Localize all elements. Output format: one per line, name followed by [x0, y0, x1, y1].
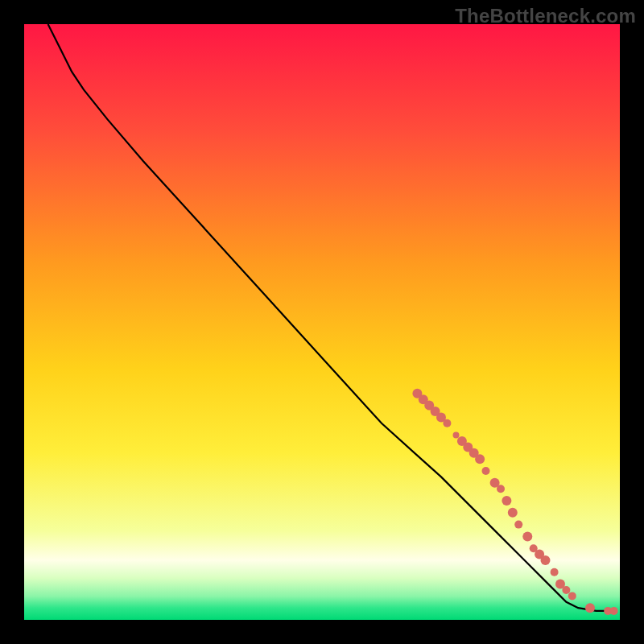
data-marker — [522, 531, 532, 541]
data-marker — [502, 496, 511, 506]
data-marker — [453, 432, 460, 439]
data-marker — [497, 485, 505, 493]
chart-canvas — [24, 24, 620, 620]
data-marker — [551, 568, 559, 576]
watermark-text: TheBottleneck.com — [455, 5, 636, 27]
data-marker — [514, 521, 522, 529]
data-marker — [541, 555, 551, 565]
data-marker — [475, 454, 485, 464]
data-marker — [562, 586, 570, 594]
data-marker — [610, 607, 618, 615]
data-marker — [482, 467, 490, 475]
data-marker — [568, 592, 576, 600]
data-marker — [585, 603, 595, 613]
gradient-background — [24, 24, 620, 620]
chart-svg — [24, 24, 620, 620]
data-marker — [443, 419, 451, 427]
data-marker — [508, 508, 518, 518]
